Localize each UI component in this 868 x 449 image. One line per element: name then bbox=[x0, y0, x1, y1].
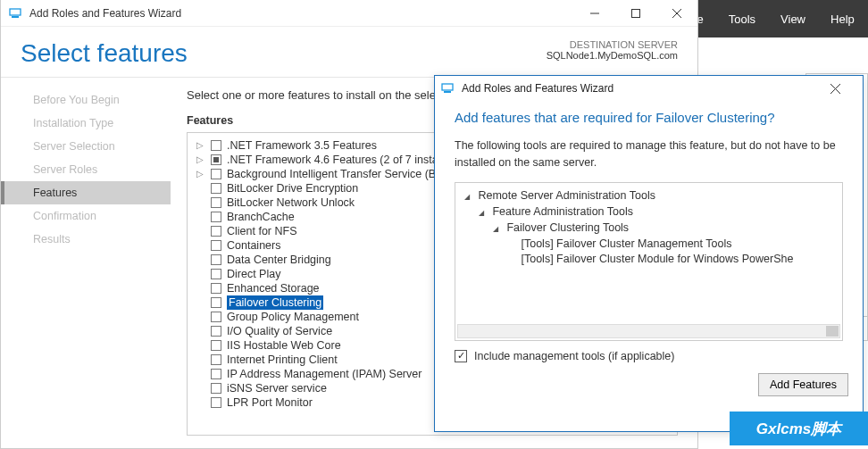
menu-view[interactable]: View bbox=[780, 12, 805, 26]
tree-node[interactable]: [Tools] Failover Cluster Management Tool… bbox=[459, 237, 839, 252]
caret-icon[interactable]: ◢ bbox=[479, 205, 489, 220]
feature-label: Containers bbox=[227, 238, 280, 253]
feature-label: I/O Quality of Service bbox=[227, 324, 332, 338]
minimize-button[interactable] bbox=[574, 0, 615, 27]
feature-label: BranchCache bbox=[227, 210, 295, 224]
feature-checkbox[interactable] bbox=[211, 226, 221, 237]
expand-arrow-icon[interactable]: ▷ bbox=[195, 153, 205, 167]
feature-checkbox[interactable] bbox=[211, 369, 221, 379]
destination-label: DESTINATION SERVER bbox=[547, 39, 678, 50]
feature-checkbox[interactable] bbox=[211, 240, 221, 251]
tree-node[interactable]: ◢ Failover Clustering Tools bbox=[459, 220, 839, 237]
svg-rect-3 bbox=[632, 9, 640, 17]
feature-checkbox[interactable] bbox=[211, 340, 221, 351]
svg-rect-0 bbox=[10, 9, 21, 15]
feature-checkbox[interactable] bbox=[211, 269, 221, 279]
feature-checkbox[interactable] bbox=[211, 212, 221, 222]
horizontal-scrollbar[interactable] bbox=[457, 324, 840, 338]
feature-checkbox[interactable] bbox=[211, 169, 221, 179]
destination-value: SQLNode1.MyDemoSQL.com bbox=[547, 50, 678, 61]
nav-step-installation-type[interactable]: Installation Type bbox=[1, 112, 171, 135]
menu-tools[interactable]: Tools bbox=[729, 12, 755, 26]
nav-step-before-you-begin[interactable]: Before You Begin bbox=[1, 88, 171, 112]
feature-label: Enhanced Storage bbox=[227, 281, 320, 295]
expand-arrow-icon[interactable]: ▷ bbox=[195, 138, 205, 153]
wizard-header: Select features DESTINATION SERVER SQLNo… bbox=[1, 27, 697, 78]
feature-checkbox[interactable] bbox=[211, 197, 221, 208]
feature-checkbox[interactable] bbox=[211, 326, 221, 337]
add-features-button[interactable]: Add Features bbox=[758, 373, 848, 396]
dialog-heading: Add features that are required for Failo… bbox=[455, 110, 843, 125]
feature-checkbox[interactable] bbox=[211, 154, 221, 165]
nav-step-confirmation[interactable]: Confirmation bbox=[1, 204, 171, 228]
feature-checkbox[interactable] bbox=[211, 254, 221, 265]
feature-label: Group Policy Management bbox=[227, 310, 359, 324]
feature-label: BitLocker Drive Encryption bbox=[227, 181, 358, 195]
server-manager-icon bbox=[8, 6, 22, 21]
feature-checkbox[interactable] bbox=[211, 397, 221, 408]
feature-checkbox[interactable] bbox=[211, 383, 221, 394]
wizard-nav: Before You BeginInstallation TypeServer … bbox=[1, 78, 171, 440]
background-menubar: age Tools View Help bbox=[672, 0, 868, 37]
scrollbar-thumb[interactable] bbox=[826, 326, 839, 337]
close-button[interactable] bbox=[656, 0, 697, 27]
include-tools-checkbox[interactable]: ✓ bbox=[455, 350, 467, 362]
feature-label: Failover Clustering bbox=[227, 295, 323, 310]
add-features-dialog: Add Roles and Features Wizard Add featur… bbox=[434, 75, 864, 432]
destination-info: DESTINATION SERVER SQLNode1.MyDemoSQL.co… bbox=[547, 39, 678, 68]
feature-label: iSNS Server service bbox=[227, 381, 327, 395]
close-icon bbox=[830, 84, 840, 94]
feature-checkbox[interactable] bbox=[211, 140, 221, 151]
feature-label: LPR Port Monitor bbox=[227, 395, 313, 410]
nav-step-results[interactable]: Results bbox=[1, 228, 171, 251]
server-manager-icon bbox=[440, 81, 455, 96]
menu-help[interactable]: Help bbox=[830, 12, 855, 26]
feature-label: BitLocker Network Unlock bbox=[227, 195, 355, 210]
maximize-button[interactable] bbox=[615, 0, 656, 27]
dialog-description: The following tools are required to mana… bbox=[455, 137, 843, 171]
nav-step-server-selection[interactable]: Server Selection bbox=[1, 135, 171, 158]
tree-node[interactable]: [Tools] Failover Cluster Module for Wind… bbox=[459, 252, 839, 267]
feature-label: Direct Play bbox=[227, 267, 280, 281]
dialog-title: Add Roles and Features Wizard bbox=[462, 82, 613, 95]
expand-arrow-icon[interactable]: ▷ bbox=[195, 167, 205, 181]
include-tools-row: ✓ Include management tools (if applicabl… bbox=[455, 350, 843, 362]
feature-label: Internet Printing Client bbox=[227, 353, 338, 367]
dialog-close-button[interactable] bbox=[830, 84, 857, 94]
watermark: Gxlcms脚本 bbox=[730, 412, 868, 445]
feature-checkbox[interactable] bbox=[211, 312, 221, 322]
feature-label: Data Center Bridging bbox=[227, 253, 331, 267]
include-tools-label: Include management tools (if applicable) bbox=[474, 350, 674, 362]
feature-label: Client for NFS bbox=[227, 224, 297, 238]
feature-checkbox[interactable] bbox=[211, 354, 221, 365]
svg-rect-6 bbox=[442, 84, 453, 90]
minimize-icon bbox=[590, 9, 599, 18]
feature-label: IP Address Management (IPAM) Server bbox=[227, 367, 421, 381]
tree-node[interactable]: ◢ Feature Administration Tools bbox=[459, 204, 839, 220]
window-title: Add Roles and Features Wizard bbox=[29, 7, 181, 20]
svg-rect-7 bbox=[444, 91, 451, 93]
caret-icon[interactable]: ◢ bbox=[493, 221, 504, 237]
page-title: Select features bbox=[21, 39, 188, 68]
feature-label: .NET Framework 3.5 Features bbox=[227, 138, 377, 153]
nav-step-server-roles[interactable]: Server Roles bbox=[1, 158, 171, 181]
svg-rect-1 bbox=[12, 16, 19, 18]
feature-checkbox[interactable] bbox=[211, 283, 221, 294]
feature-checkbox[interactable] bbox=[211, 183, 221, 194]
dependency-tree[interactable]: ◢ Remote Server Administration Tools◢ Fe… bbox=[455, 182, 843, 341]
feature-checkbox[interactable] bbox=[211, 297, 221, 308]
feature-label: .NET Framework 4.6 Features (2 of 7 inst… bbox=[227, 153, 449, 167]
tree-node[interactable]: ◢ Remote Server Administration Tools bbox=[459, 188, 839, 204]
feature-label: IIS Hostable Web Core bbox=[227, 338, 341, 353]
feature-label: Background Intelligent Transfer Service … bbox=[227, 167, 446, 181]
nav-step-features[interactable]: Features bbox=[1, 181, 171, 204]
close-icon bbox=[672, 9, 681, 18]
dialog-titlebar: Add Roles and Features Wizard bbox=[435, 76, 863, 101]
titlebar: Add Roles and Features Wizard bbox=[1, 0, 697, 27]
caret-icon[interactable]: ◢ bbox=[464, 189, 475, 204]
maximize-icon bbox=[631, 9, 640, 18]
